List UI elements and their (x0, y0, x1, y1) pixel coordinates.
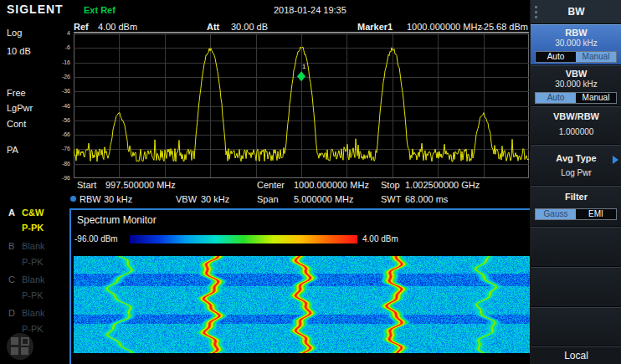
sidebar-avg-type: LgPwr (7, 103, 33, 114)
vbw-manual-option[interactable]: Manual (576, 93, 616, 103)
monitor-window-border-left (69, 208, 71, 364)
y-axis-tick: -6 (49, 44, 70, 51)
softkey-empty-1[interactable] (531, 227, 621, 266)
window-layout-icon[interactable] (7, 333, 33, 360)
trace-d-type: Blank (22, 308, 45, 319)
rbw-readout-value[interactable]: 30 kHz (104, 194, 132, 205)
trace-a-detector: P-PK (22, 223, 44, 233)
y-axis-tick: -96 (49, 175, 70, 182)
avg-type-label: Avg Type (531, 153, 621, 164)
ext-ref-status: Ext Ref (84, 5, 115, 16)
vbw-label: VBW (531, 69, 621, 79)
rbw-readout-label: RBW (80, 194, 101, 205)
vbw-auto-manual-toggle: Auto Manual (535, 92, 617, 104)
layout-square-icon (11, 337, 18, 345)
vbw-auto-option[interactable]: Auto (536, 93, 576, 103)
y-axis-tick: -36 (49, 88, 70, 95)
marker1-diamond-icon[interactable] (297, 71, 305, 81)
center-freq-label: Center (257, 180, 285, 191)
trace-c-id: C (8, 274, 15, 285)
sidebar-scale-type: Log (7, 28, 22, 38)
start-freq-value[interactable]: 997.500000 MHz (105, 180, 176, 191)
y-axis-tick: -26 (49, 74, 70, 80)
trace-a-type: C&W (22, 208, 44, 218)
spectrum-display[interactable]: 1 (74, 33, 529, 178)
sidebar-preamp: PA (7, 145, 18, 156)
filter-emi-option[interactable]: EMI (576, 209, 616, 219)
layout-square-icon (11, 347, 18, 355)
rbw-label: RBW (531, 28, 621, 38)
colorbar-min-label: -96.00 dBm (74, 233, 118, 244)
colorbar-gradient (130, 235, 357, 244)
spectrogram-waterfall[interactable] (74, 256, 531, 353)
menu-grip-dots-icon (535, 11, 537, 13)
layout-square-selected-icon (21, 337, 29, 346)
filter-gauss-option[interactable]: Gauss (536, 209, 576, 219)
sidebar-sweep-mode: Cont (7, 119, 26, 130)
menu-title: BW (568, 6, 585, 18)
monitor-title: Spectrum Monitor (77, 215, 157, 226)
menu-grip-dots-icon (535, 16, 537, 18)
analyzer-screen: SIGLENT Ext Ref 2018-01-24 19:35 Ref 4.0… (0, 0, 621, 364)
local-button[interactable]: Local (531, 346, 621, 364)
softkey-rbw[interactable]: RBW 30.000 kHz Auto Manual (531, 24, 621, 64)
trace-c-type: Blank (22, 274, 45, 285)
center-freq-value[interactable]: 1000.000000 MHz (294, 180, 369, 191)
rbw-auto-manual-toggle: Auto Manual (535, 51, 617, 63)
softkey-vbw[interactable]: VBW 30.000 kHz Auto Manual (531, 65, 621, 105)
trace-d-id: D (8, 308, 15, 319)
span-readout-label: Span (257, 194, 279, 205)
brand-logo: SIGLENT (7, 4, 64, 15)
vbw-readout-label: VBW (176, 194, 197, 205)
ratio-label: VBW/RBW (531, 111, 621, 122)
softkey-empty-2[interactable] (531, 267, 621, 306)
softkey-empty-3[interactable] (531, 307, 621, 346)
softkey-avg-type[interactable]: Avg Type Log Pwr (531, 145, 621, 185)
rbw-auto-option[interactable]: Auto (536, 52, 576, 62)
meas-bar-divider (74, 32, 529, 33)
softkey-panel: BW RBW 30.000 kHz Auto Manual VBW 30.000… (530, 0, 621, 364)
menu-grip-dots-icon (535, 6, 537, 8)
softkey-vbw-rbw-ratio[interactable]: VBW/RBW 1.000000 (531, 106, 621, 144)
span-readout-value[interactable]: 5.000000 MHz (294, 194, 354, 205)
submenu-arrow-icon (613, 156, 618, 164)
start-freq-label: Start (77, 180, 96, 191)
y-axis-tick: -86 (49, 161, 70, 167)
trace-a-id: A (8, 208, 15, 218)
bullet-icon (70, 196, 76, 202)
trace-d-detector: P-PK (22, 324, 44, 335)
datetime: 2018-01-24 19:35 (274, 5, 346, 16)
vbw-value: 30.000 kHz (531, 79, 621, 90)
filter-label: Filter (531, 192, 621, 203)
y-axis-tick: -56 (49, 117, 70, 124)
marker1-number-label: 1 (302, 63, 306, 70)
avg-type-value: Log Pwr (531, 168, 621, 178)
y-axis-tick: -16 (49, 59, 70, 66)
vbw-readout-value[interactable]: 30 kHz (201, 194, 229, 205)
monitor-window-border-top (69, 208, 531, 210)
swt-readout-label: SWT (381, 194, 401, 205)
menu-header-bw: BW (531, 0, 621, 23)
softkey-filter[interactable]: Filter Gauss EMI (531, 186, 621, 226)
rbw-value: 30.000 kHz (531, 38, 621, 49)
trace-c-detector: P-PK (22, 290, 44, 301)
trace-b-detector: P-PK (22, 257, 44, 268)
swt-readout-value[interactable]: 68.000 ms (405, 194, 448, 205)
y-axis-tick: -66 (49, 131, 70, 138)
stop-freq-label: Stop (381, 180, 400, 191)
rbw-manual-option[interactable]: Manual (576, 52, 616, 62)
trace-b-id: B (8, 241, 14, 252)
filter-toggle: Gauss EMI (535, 208, 617, 220)
trace-b-type: Blank (22, 241, 45, 252)
stop-freq-value[interactable]: 1.002500000 GHz (405, 180, 480, 191)
sidebar-trigger: Free (7, 88, 26, 99)
y-axis-tick: -46 (49, 103, 70, 110)
ratio-value: 1.000000 (531, 127, 621, 137)
y-axis-tick: 4 (49, 30, 70, 37)
y-axis-tick: -76 (49, 146, 70, 152)
sidebar-scale-div: 10 dB (7, 46, 31, 57)
layout-square-icon (21, 347, 28, 355)
colorbar-max-label: 4.00 dBm (362, 233, 398, 244)
